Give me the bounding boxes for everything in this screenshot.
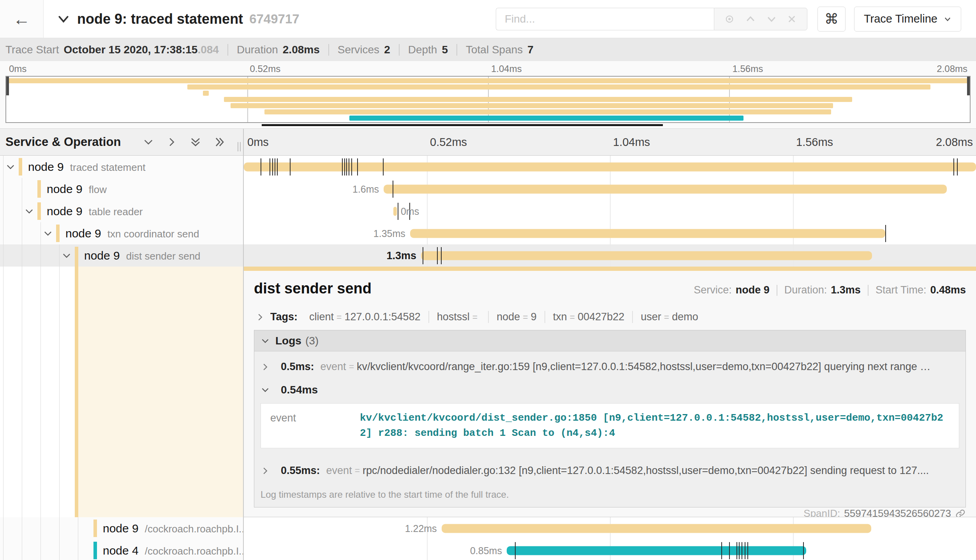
span-row-name-cell[interactable]: node 9flow (0, 178, 244, 200)
span-row-name-cell[interactable]: node 4/cockroach.roachpb.I... (0, 539, 244, 560)
next-result-chevron-down-icon[interactable] (766, 14, 777, 25)
locate-icon[interactable] (724, 14, 735, 25)
log-entry-expanded-header[interactable]: 0.54ms (254, 381, 965, 400)
minimap-span-bar (187, 84, 930, 90)
log-event-tick (272, 158, 273, 176)
summary-label: Services (338, 44, 379, 56)
span-row-name-cell[interactable]: node 9traced statement (0, 156, 244, 178)
tag-equals: = (336, 312, 342, 322)
span-row: node 9traced statement (0, 156, 976, 178)
collapse-trace-chevron-down-icon[interactable] (57, 12, 70, 26)
trace-summary-bar: Trace StartOctober 15 2020, 17:38:15.084… (0, 38, 976, 61)
span-toggle-chevron-down-icon[interactable] (24, 206, 34, 216)
expand-all-double-chevron-right-icon[interactable] (213, 136, 226, 148)
span-row-timeline-cell[interactable]: 0.85ms (244, 539, 976, 560)
trace-minimap: 0ms0.52ms1.04ms1.56ms2.08ms (0, 61, 976, 128)
summary-label: Duration (237, 44, 278, 56)
span-duration-bar[interactable] (393, 207, 397, 216)
separator (868, 285, 869, 296)
minimap-row (6, 103, 970, 108)
log-entry-collapsed[interactable]: 0.55ms:event=rpc/nodedialer/nodedialer.g… (254, 455, 965, 485)
collapse-all-double-chevron-down-icon[interactable] (189, 136, 202, 148)
span-rows-below: node 9/cockroach.roachpb.I...1.22msnode … (0, 517, 976, 560)
log-entry-collapsed[interactable]: 0.5ms:event=kv/kvclient/kvcoord/range_it… (254, 351, 965, 381)
minimap-row (6, 109, 970, 114)
collapse-one-chevron-down-icon[interactable] (143, 136, 154, 148)
service-name: node 9 (103, 522, 139, 535)
clear-search-icon[interactable] (787, 14, 797, 24)
log-event-tick (393, 181, 393, 198)
span-duration-bar[interactable] (384, 184, 947, 193)
axis-tick-label: 0ms (247, 136, 269, 149)
span-row-name-cell[interactable]: node 9/cockroach.roachpb.I... (0, 517, 244, 539)
minimap-span-bar (264, 109, 831, 114)
trace-view-select[interactable]: Trace Timeline (854, 7, 961, 32)
indent-guide (3, 200, 4, 222)
separator (328, 44, 329, 56)
keyboard-shortcuts-button[interactable]: ⌘ (817, 7, 846, 32)
indent-guide (78, 517, 78, 539)
summary-value-suffix: .084 (197, 44, 219, 56)
span-row-timeline-cell[interactable] (244, 156, 976, 178)
tags-chevron-right-icon[interactable] (255, 312, 265, 322)
tag-pill: hostssl= (429, 311, 489, 323)
span-duration-bar[interactable] (507, 546, 806, 555)
prev-result-chevron-up-icon[interactable] (745, 14, 756, 25)
detail-meta-label: Duration: (784, 284, 827, 296)
span-row: node 9table reader0ms (0, 200, 976, 222)
span-row-name-cell[interactable]: node 9txn coordinator send (0, 222, 244, 244)
find-input[interactable] (496, 8, 714, 30)
command-icon: ⌘ (824, 11, 839, 27)
span-duration-bar[interactable] (410, 229, 885, 238)
span-row-name-cell[interactable]: node 9table reader (0, 200, 244, 222)
summary-item: Trace StartOctober 15 2020, 17:38:15.084 (5, 44, 219, 56)
span-color-bar (37, 202, 41, 220)
span-duration-label: 1.35ms (373, 228, 405, 239)
span-color-bar (93, 520, 97, 537)
span-duration-label: 1.3ms (386, 249, 416, 262)
span-color-bar (75, 247, 78, 267)
tags-row[interactable]: Tags: client=127.0.0.1:54582hostssl=node… (254, 311, 966, 323)
axis-tick-label: 1.56ms (796, 136, 833, 149)
span-toggle-chevron-down-icon[interactable] (62, 251, 72, 261)
minimap-drag-handle-right[interactable] (967, 77, 970, 95)
span-detail-left-gutter (0, 267, 244, 517)
timeline-gridline (610, 200, 611, 222)
span-color-bar (93, 542, 97, 559)
indent-guide (41, 244, 41, 267)
log-event-tick (398, 203, 398, 220)
logs-header[interactable]: Logs (3) (254, 330, 965, 351)
back-button[interactable]: ← (0, 0, 44, 38)
tag-value: 9 (531, 311, 537, 323)
minimap-scroll-indicator[interactable] (262, 124, 663, 126)
copy-link-icon[interactable] (955, 508, 966, 517)
span-duration-bar[interactable] (421, 251, 872, 260)
service-name: node 9 (47, 205, 83, 218)
minimap-canvas[interactable] (5, 76, 971, 123)
tag-value: demo (672, 311, 698, 323)
span-row-timeline-cell[interactable]: 0ms (244, 200, 976, 222)
span-row-timeline-cell[interactable]: 1.35ms (244, 222, 976, 244)
log-equals: = (355, 465, 360, 476)
span-row-timeline-cell[interactable]: 1.22ms (244, 517, 976, 539)
minimap-drag-handle-left[interactable] (6, 77, 9, 95)
span-row-timeline-cell[interactable]: 1.3ms (244, 244, 976, 267)
span-toggle-chevron-down-icon[interactable] (43, 228, 53, 239)
span-row-timeline-cell[interactable]: 1.6ms (244, 178, 976, 200)
axis-tick-label: 0.52ms (250, 63, 281, 74)
span-toggle-chevron-down-icon[interactable] (5, 162, 16, 172)
column-resize-grip[interactable] (238, 142, 241, 151)
span-names: node 9dist sender send (84, 249, 201, 262)
span-duration-bar[interactable] (442, 524, 872, 533)
trace-title-wrap: node 9: traced statement 6749717 (57, 11, 299, 27)
expand-one-chevron-right-icon[interactable] (166, 136, 178, 148)
log-event-tick (441, 247, 442, 264)
operation-name: table reader (89, 206, 143, 218)
tag-pill: user=demo (633, 311, 706, 323)
summary-value: 7 (527, 44, 534, 56)
axis-tick-label: 1.04ms (613, 136, 650, 149)
tag-equals: = (570, 312, 575, 322)
indent-guide (41, 267, 41, 517)
span-duration-bar[interactable] (244, 162, 976, 171)
span-row-name-cell[interactable]: node 9dist sender send (0, 244, 244, 267)
